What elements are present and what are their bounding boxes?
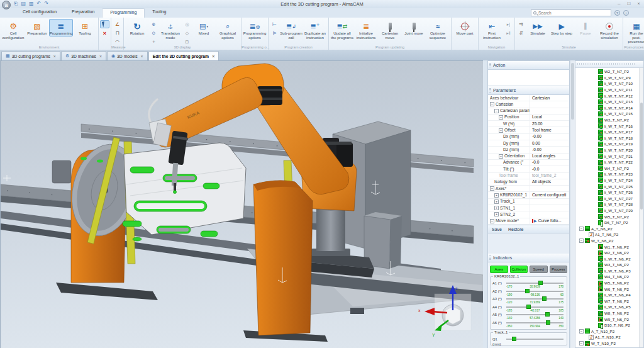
doc-tab-3d-machines[interactable]: ⚙3D machines× <box>61 51 106 60</box>
tree-item-li-w-t-n7-p20[interactable]: li_W_T_N7_P20 <box>575 147 643 154</box>
tree-item-a1-t-n6-p2[interactable]: A1_T_N6_P2 <box>575 232 643 238</box>
view-circle-icon[interactable]: ◎ <box>182 20 192 28</box>
parameter-value[interactable] <box>530 199 569 205</box>
tree-scrollbar[interactable] <box>639 68 643 348</box>
panel-splitter[interactable] <box>483 60 487 348</box>
axis-slider-q1-mm[interactable]: Q1 (mm) <box>492 337 565 345</box>
parameter-row-advance[interactable]: Advance (°-0.0 <box>488 160 569 166</box>
tree-item-a-t-n10-p2[interactable]: −A_T_N10_P2 <box>575 328 643 335</box>
parameter-row-dz-mm[interactable]: Dz (mm)-0.00 <box>488 147 569 153</box>
search-input[interactable] <box>531 9 611 16</box>
tree-item-w5-t-n7-p2[interactable]: W5_T_N7_P2 <box>575 213 643 220</box>
parameter-value[interactable] <box>530 101 569 107</box>
parameter-row-w[interactable]: W (%)25.00 <box>488 121 569 127</box>
measure-angle-icon[interactable]: ∠ <box>113 20 122 28</box>
indicators-panel-header[interactable]: Indicators <box>488 254 569 262</box>
ribbon-tab-tooling[interactable]: Tooling <box>145 8 174 18</box>
measure-caliper-icon[interactable]: ⊓ <box>113 29 122 37</box>
create-path-icon[interactable]: ⊳ <box>270 29 279 37</box>
parameters-panel-header[interactable]: Parameters <box>488 86 569 95</box>
parameter-value[interactable]: Current configurati <box>530 192 569 198</box>
parameter-row-tool-frame[interactable]: Tool frametool_frame_2 <box>488 173 569 179</box>
doc-tab-edit-the-3d-cutting-program[interactable]: Edit the 3D cutting program× <box>148 51 219 60</box>
parameter-value[interactable] <box>530 186 569 191</box>
action-panel-header[interactable]: Action <box>488 61 569 70</box>
viewport-3d[interactable]: KUKA <box>0 60 483 348</box>
close-tab-icon[interactable]: × <box>212 54 214 59</box>
collapse-icon[interactable]: − <box>494 109 499 113</box>
close-tab-icon[interactable]: × <box>141 54 143 59</box>
tree-item-a1-t-n10-p2[interactable]: A1_T_N10_P2 <box>575 334 643 340</box>
tree-item-w2-t-n7-p2[interactable]: W2_T_N7_P2 <box>575 69 643 75</box>
zoom-out-icon[interactable]: ⊖ <box>149 29 158 37</box>
ribbon-button-run-the-post-processor[interactable]: ▦Run the post-processor <box>625 19 644 45</box>
tree-item-li-w-t-n7-p16[interactable]: li_W_T_N7_P16 <box>575 123 643 129</box>
parameter-row-stn1-1[interactable]: +STN1_1 <box>488 205 569 211</box>
close-button[interactable]: × <box>637 1 640 6</box>
slider-thumb[interactable] <box>538 281 543 285</box>
parameter-row-cartesian-parame[interactable]: −Cartesian parame <box>488 108 569 115</box>
next-instruction-icon[interactable]: ▸| <box>504 20 513 28</box>
ribbon-button-record-the-simulation[interactable]: Record the simulation <box>597 19 621 40</box>
tree-item-li-w-t-n7-p12[interactable]: li_W_T_N7_P12 <box>575 93 643 99</box>
parameter-value[interactable]: 25.00 <box>530 121 569 126</box>
ribbon-button-first-instruction[interactable]: ⇤First instruction <box>480 19 504 40</box>
tree-item-w3-t-n7-p2[interactable]: W3_T_N7_P2 <box>575 117 643 123</box>
tree-item-li-w-t-n7-p13[interactable]: li_W_T_N7_P13 <box>575 99 643 105</box>
slider-thumb[interactable] <box>545 312 550 317</box>
tree-item-w-t-n10-p2[interactable]: −W_T_N10_P2 <box>575 340 643 347</box>
create-point-icon[interactable]: ⊢ <box>270 20 279 28</box>
parameter-value[interactable]: tool_frame_2 <box>530 173 569 179</box>
tree-item-li-w-t-n7-p18[interactable]: li_W_T_N7_P18 <box>575 135 643 142</box>
tree-item-w-t-n6-p2[interactable]: −W_T_N6_P2 <box>575 238 643 244</box>
parameter-row-move-mode[interactable]: −Move mode*▶Curve follo... <box>488 218 569 225</box>
ribbon-button-programming[interactable]: ≣Programming <box>49 19 73 36</box>
parameter-value[interactable]: Local <box>530 115 569 120</box>
parameter-row-tilt[interactable]: Tilt (°)-0.0 <box>488 166 569 172</box>
expand-icon[interactable]: + <box>494 193 499 198</box>
collapse-icon[interactable]: − <box>579 341 584 345</box>
collapse-icon[interactable]: − <box>490 186 494 191</box>
tree-item-d10-t-n6-p2[interactable]: D10_T_N6_P2 <box>575 322 643 328</box>
slider-thumb[interactable] <box>525 289 530 293</box>
tree-item-w2-t-n6-p2[interactable]: W2_T_N6_P2 <box>575 250 643 256</box>
ribbon-tab-programming[interactable]: Programming <box>102 8 145 18</box>
tree-item-w1-t-n6-p2[interactable]: W1_T_N6_P2 <box>575 244 643 250</box>
zoom-in-icon[interactable]: ⊕ <box>149 20 158 28</box>
tree-item-w9-t-n6-p2[interactable]: W9_T_N6_P2 <box>575 316 643 322</box>
collapse-icon[interactable]: − <box>499 128 503 133</box>
tree-item-li-w-t-n7-p11[interactable]: li_W_T_N7_P11 <box>575 87 643 93</box>
tree-item-li-w-t-n6-p5[interactable]: li_W_T_N6_P5 <box>575 304 643 310</box>
app-menu-button[interactable]: a <box>2 1 11 9</box>
ribbon-button-cartesian-move[interactable]: Cartesian move <box>378 19 402 40</box>
select-cursor-icon[interactable] <box>100 20 109 28</box>
expand-icon[interactable]: + <box>494 199 499 204</box>
parameter-value[interactable]: 0.00 <box>530 140 569 146</box>
tree-item-li-w-t-n7-p17[interactable]: li_W_T_N7_P17 <box>575 129 643 135</box>
indicator-toggle-collision[interactable]: Collision <box>510 266 528 273</box>
tree-item-w7-t-n6-p2[interactable]: W7_T_N6_P2 <box>575 298 643 305</box>
tree-item-li-w-t-n7-p23[interactable]: li_W_T_N7_P23 <box>575 171 643 177</box>
ribbon-button-rotation[interactable]: ↻Rotation <box>125 19 149 36</box>
collapse-icon[interactable]: − <box>499 115 503 120</box>
parameter-row-position[interactable]: −PositionLocal <box>488 115 569 121</box>
parameter-row-stn2-2[interactable]: +STN2_2 <box>488 211 569 218</box>
delete-x-icon[interactable]: × <box>100 29 109 37</box>
slider-thumb[interactable] <box>512 337 516 341</box>
run-continuous-icon[interactable]: ⇉ <box>516 20 526 28</box>
run-step-icon[interactable]: ⇵ <box>516 29 526 37</box>
collapse-icon[interactable]: − <box>499 154 503 159</box>
maximize-button[interactable]: □ <box>627 1 630 6</box>
parameter-row-dy-mm[interactable]: Dy (mm)0.00 <box>488 140 569 147</box>
tree-item-li-w-t-n7-p27[interactable]: li_W_T_N7_P27 <box>575 195 643 201</box>
parameter-value[interactable] <box>530 211 569 217</box>
panel-scrollbar[interactable] <box>570 60 575 348</box>
axis-slider-a3[interactable]: A3 (°)-12071.9369175 <box>492 296 565 305</box>
parameter-row-isology-from[interactable]: Isology fromAll objects <box>488 179 569 186</box>
parameter-value[interactable]: Local angles <box>530 154 569 159</box>
axis-slider-a2[interactable]: A2 (°)-190-98.13660 <box>492 289 565 297</box>
ribbon-button-programming-options[interactable]: ≣⚙Programming options <box>243 19 267 40</box>
parameter-value[interactable]: -0.00 <box>530 134 569 140</box>
ribbon-tab-cell-configuration[interactable]: Cell configuration <box>15 8 64 18</box>
parameter-value[interactable] <box>530 108 569 114</box>
